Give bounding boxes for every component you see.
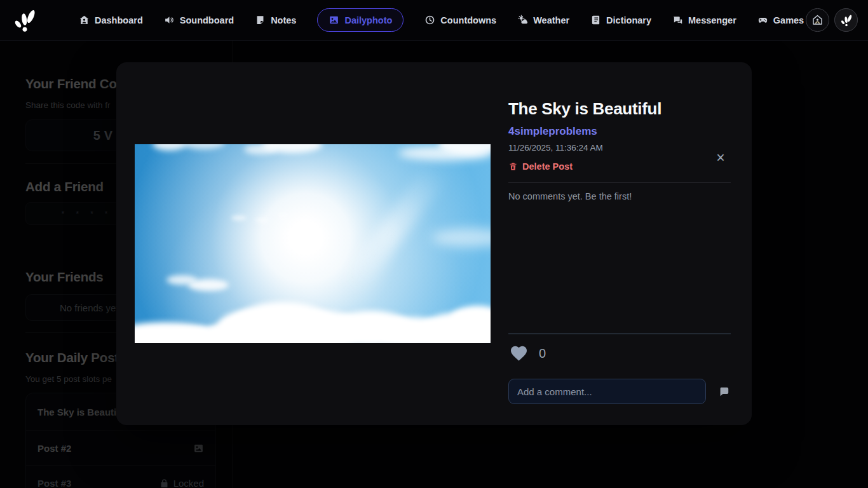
- nav-label: Games: [773, 15, 804, 25]
- nav-item-messenger[interactable]: Messenger: [672, 15, 736, 25]
- like-count: 0: [539, 346, 546, 361]
- modal-post-title: The Sky is Beautiful: [508, 99, 731, 119]
- nav-item-weather[interactable]: Weather: [517, 15, 569, 25]
- nav-actions: [806, 8, 858, 32]
- navbar: Dashboard Soundboard Notes Dailyphoto: [0, 0, 868, 41]
- send-comment-button[interactable]: [717, 386, 731, 398]
- nav-label: Soundboard: [180, 15, 234, 25]
- account-logo-button[interactable]: [834, 8, 858, 32]
- splash-logo-icon: [11, 7, 38, 34]
- comment-bubble-icon: [717, 386, 731, 398]
- post-detail-modal: ×: [116, 62, 752, 425]
- close-button[interactable]: ×: [712, 149, 729, 166]
- post-author-link[interactable]: 4simpleproblems: [508, 125, 731, 138]
- clock-icon: [424, 15, 435, 25]
- nav-item-dashboard[interactable]: Dashboard: [79, 15, 143, 25]
- comment-row: [508, 379, 731, 404]
- divider: [508, 182, 731, 183]
- home-user-icon: [811, 14, 824, 26]
- nav-label: Dailyphoto: [344, 15, 392, 25]
- nav-item-notes[interactable]: Notes: [255, 15, 296, 25]
- post-photo: [135, 144, 491, 343]
- like-row: 0: [508, 344, 731, 363]
- image-icon: [329, 15, 339, 25]
- divider: [508, 334, 731, 334]
- nav-item-dailyphoto[interactable]: Dailyphoto: [317, 8, 403, 32]
- delete-post-label: Delete Post: [522, 161, 573, 172]
- sun-cloud-icon: [517, 15, 528, 25]
- nav-item-soundboard[interactable]: Soundboard: [164, 15, 234, 25]
- sun-beam: [339, 163, 447, 295]
- nav-label: Dictionary: [606, 15, 651, 25]
- gamepad-icon: [757, 15, 768, 25]
- splash-logo-icon-small: [839, 13, 853, 27]
- comment-input[interactable]: [508, 379, 706, 404]
- heart-icon: [508, 344, 529, 363]
- nav-item-games[interactable]: Games: [757, 15, 804, 25]
- nav-label: Dashboard: [95, 15, 143, 25]
- trash-icon: [508, 161, 518, 172]
- home-icon: [79, 15, 90, 25]
- note-icon: [255, 15, 266, 25]
- home-profile-button[interactable]: [806, 8, 829, 32]
- nav-item-countdowns[interactable]: Countdowns: [424, 15, 496, 25]
- modal-photo-pane: [116, 62, 508, 425]
- nav-label: Countdowns: [440, 15, 496, 25]
- book-icon: [590, 15, 601, 25]
- modal-detail-pane: The Sky is Beautiful 4simpleproblems 11/…: [508, 62, 752, 425]
- app-logo[interactable]: [10, 6, 39, 35]
- delete-post-button[interactable]: Delete Post: [508, 161, 731, 172]
- nav-item-dictionary[interactable]: Dictionary: [590, 15, 651, 25]
- nav-label: Weather: [533, 15, 569, 25]
- like-button[interactable]: [508, 344, 529, 363]
- nav-label: Messenger: [688, 15, 736, 25]
- chat-bubbles-icon: [672, 15, 683, 25]
- speaker-icon: [164, 15, 175, 25]
- comments-empty-state: No comments yet. Be the first!: [508, 191, 731, 201]
- main-nav: Dashboard Soundboard Notes Dailyphoto: [79, 8, 804, 32]
- nav-label: Notes: [271, 15, 296, 25]
- post-timestamp: 11/26/2025, 11:36:24 AM: [508, 143, 731, 152]
